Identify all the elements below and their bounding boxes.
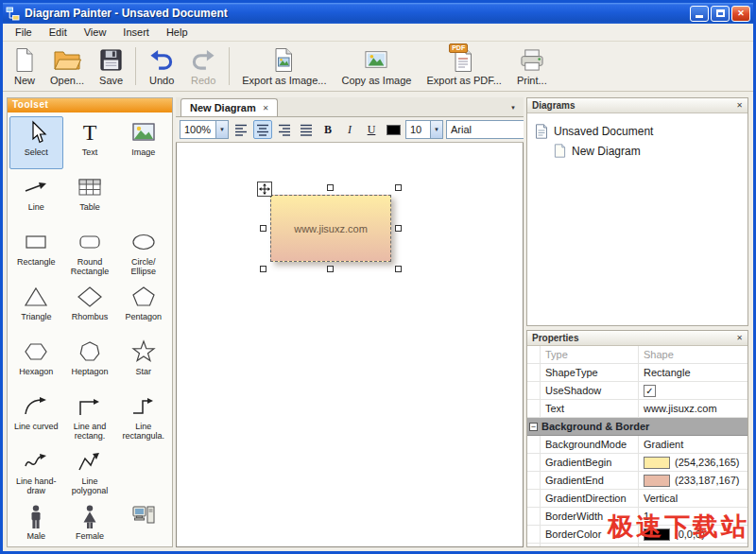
save-button[interactable]: Save (92, 43, 130, 89)
font-color-button[interactable] (384, 120, 403, 139)
properties-close-icon[interactable]: ✕ (736, 334, 743, 342)
copy-image-label: Copy as Image (341, 75, 411, 86)
resize-handle-s[interactable] (327, 266, 334, 272)
property-value[interactable]: Gradient (639, 436, 747, 453)
canvas-shape[interactable]: www.jisuxz.com (270, 195, 391, 262)
property-value[interactable]: (254,236,165) (639, 454, 747, 471)
tool-line-polygonal[interactable]: Line polygonal (63, 445, 117, 498)
export-image-button[interactable]: Export as Image... (234, 43, 334, 89)
menu-file[interactable]: File (7, 25, 41, 40)
tab-close-icon[interactable]: ✕ (263, 104, 269, 113)
copy-image-button[interactable]: Copy as Image (334, 43, 419, 89)
font-size-value: 10 (410, 124, 421, 135)
export-pdf-button[interactable]: PDF Export as PDF... (419, 43, 508, 89)
property-value-text: (233,187,167) (675, 475, 740, 486)
right-column: Diagrams ✕ Unsaved Document New Diagram (526, 97, 748, 547)
resize-handle-n[interactable] (327, 184, 334, 191)
property-value[interactable]: Vertical (639, 490, 747, 507)
tool-rhombus[interactable]: Rhombus (63, 281, 117, 334)
property-value[interactable]: (233,187,167) (639, 472, 747, 489)
menu-view[interactable]: View (76, 25, 115, 40)
zoom-select[interactable]: 100% ▼ (180, 120, 229, 139)
tab-new-diagram[interactable]: New Diagram ✕ (180, 98, 278, 116)
gradient-end-swatch[interactable] (644, 475, 670, 487)
font-color-swatch (387, 125, 401, 135)
pentagon-tool-icon (129, 284, 158, 310)
redo-arrow-icon (190, 46, 216, 73)
tool-female[interactable]: Female (63, 500, 117, 546)
property-row-shapetype: ShapeType Rectangle (527, 364, 747, 382)
menu-edit[interactable]: Edit (41, 25, 76, 40)
maximize-button[interactable] (711, 6, 730, 22)
tool-line-rectangular[interactable]: Line rectangula. (116, 390, 170, 443)
tool-computer[interactable] (116, 500, 170, 546)
bold-button[interactable]: B (318, 120, 337, 139)
move-handle[interactable] (257, 182, 272, 197)
align-right-button[interactable] (275, 120, 294, 139)
property-group-background-border[interactable]: − Background & Border (527, 418, 747, 436)
tool-male[interactable]: Male (9, 500, 63, 546)
property-value[interactable]: 106, 61 (639, 544, 747, 546)
minimize-button[interactable] (690, 6, 709, 22)
tool-heptagon[interactable]: Heptagon (63, 336, 117, 389)
tab-label: New Diagram (190, 102, 256, 113)
useshadow-checkbox[interactable]: ✓ (644, 385, 656, 397)
new-button[interactable]: New (7, 43, 43, 89)
tool-rectangle[interactable]: Rectangle (9, 226, 63, 279)
drawing-canvas[interactable]: www.jisuxz.com (176, 143, 524, 547)
titlebar[interactable]: Diagram Painter - Unsaved Document ✕ (3, 3, 753, 24)
menu-insert[interactable]: Insert (114, 25, 158, 40)
line-tool-icon (22, 174, 50, 200)
tool-triangle[interactable]: Triangle (9, 281, 63, 334)
app-window: Diagram Painter - Unsaved Document ✕ Fil… (0, 0, 756, 554)
redo-button[interactable]: Redo (182, 43, 224, 89)
tab-list-dropdown-icon[interactable]: ▼ (503, 105, 524, 116)
property-name: ShapeType (541, 364, 639, 381)
resize-handle-e[interactable] (395, 225, 402, 232)
align-left-button[interactable] (232, 120, 250, 139)
underline-button[interactable]: U (362, 120, 381, 139)
tool-hexagon[interactable]: Hexagon (9, 336, 63, 389)
text-tool-icon: T (76, 119, 104, 146)
tool-image[interactable]: Image (116, 116, 170, 169)
italic-button[interactable]: I (340, 120, 359, 139)
align-center-button[interactable] (253, 120, 272, 139)
tree-item-diagram[interactable]: New Diagram (554, 141, 740, 161)
resize-handle-w[interactable] (260, 225, 266, 232)
undo-button[interactable]: Undo (141, 43, 182, 89)
grid-spacer (116, 445, 170, 498)
tool-pentagon[interactable]: Pentagon (116, 281, 170, 334)
collapse-icon[interactable]: − (529, 423, 538, 431)
resize-handle-ne[interactable] (395, 184, 402, 191)
tool-round-rectangle[interactable]: Round Rectangle (63, 226, 117, 279)
property-value-text: Rectangle (644, 367, 691, 378)
gradient-begin-swatch[interactable] (644, 457, 670, 469)
close-button[interactable]: ✕ (731, 6, 750, 22)
property-value[interactable]: www.jisuxz.com (639, 400, 747, 417)
property-value[interactable]: ✓ (639, 382, 747, 399)
tool-select[interactable]: Select (9, 116, 63, 169)
tool-line-and-rectangle[interactable]: Line and rectang. (63, 390, 117, 443)
tool-table[interactable]: Table (63, 171, 117, 224)
property-value[interactable]: Rectangle (639, 364, 747, 381)
tab-strip: New Diagram ✕ ▼ (176, 97, 524, 117)
font-size-select[interactable]: 10 ▼ (405, 120, 443, 139)
print-button[interactable]: Print... (509, 43, 555, 89)
diagrams-close-icon[interactable]: ✕ (736, 101, 743, 110)
property-row-gradientbegin: GradientBegin (254,236,165) (527, 454, 747, 472)
image-tool-icon (129, 119, 158, 146)
tool-line-hand-draw[interactable]: Line hand-draw (9, 445, 63, 498)
tool-circle-ellipse[interactable]: Circle/ Ellipse (116, 226, 170, 279)
tool-label: Line hand-draw (11, 476, 61, 496)
open-button[interactable]: Open... (43, 43, 92, 89)
tool-line[interactable]: Line (9, 171, 63, 224)
tool-star[interactable]: Star (116, 336, 170, 389)
menu-help[interactable]: Help (158, 25, 197, 40)
tool-line-curved[interactable]: Line curved (9, 390, 63, 443)
resize-handle-sw[interactable] (260, 266, 266, 272)
align-justify-button[interactable] (297, 120, 316, 139)
tool-text[interactable]: T Text (63, 116, 117, 169)
resize-handle-se[interactable] (395, 266, 402, 272)
font-family-select[interactable]: Arial ▼ (446, 120, 524, 139)
tree-item-document[interactable]: Unsaved Document (535, 121, 740, 141)
